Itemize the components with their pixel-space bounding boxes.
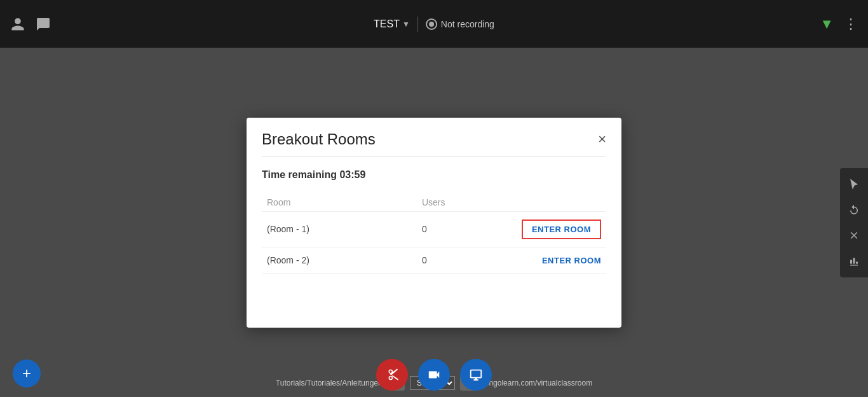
person-button[interactable] bbox=[10, 17, 25, 32]
divider bbox=[417, 17, 418, 32]
col-action-header bbox=[485, 193, 606, 212]
topbar: TEST ▼ Not recording ▼ ⋮ bbox=[0, 0, 868, 48]
test-label-btn[interactable]: TEST ▼ bbox=[374, 18, 410, 30]
room-1-users: 0 bbox=[417, 211, 485, 247]
table-row: (Room - 1) 0 ENTER ROOM bbox=[262, 211, 606, 247]
table-row: (Room - 2) 0 ENTER ROOM bbox=[262, 247, 606, 273]
test-text: TEST bbox=[374, 18, 400, 30]
rooms-table: Room Users (Room - 1) 0 ENTER ROOM bbox=[262, 193, 606, 274]
modal-header: Breakout Rooms × bbox=[247, 118, 621, 156]
recording-text: Not recording bbox=[441, 19, 494, 29]
wifi-icon: ▼ bbox=[820, 16, 834, 32]
record-icon bbox=[426, 18, 437, 30]
chat-button[interactable] bbox=[36, 17, 51, 32]
room-2-name: (Room - 2) bbox=[262, 247, 417, 273]
modal-body: Time remaining 03:59 Room Users (Room - … bbox=[247, 157, 621, 286]
rooms-tbody: (Room - 1) 0 ENTER ROOM (Room - 2) 0 ENT… bbox=[262, 211, 606, 273]
modal-close-button[interactable]: × bbox=[598, 131, 606, 148]
topbar-center: TEST ▼ Not recording bbox=[374, 17, 494, 32]
enter-room-1-button[interactable]: ENTER ROOM bbox=[522, 219, 601, 239]
chat-icon bbox=[36, 17, 51, 32]
more-options-button[interactable]: ⋮ bbox=[844, 16, 858, 32]
col-room-header: Room bbox=[262, 193, 417, 212]
person-icon bbox=[10, 17, 25, 32]
topbar-left bbox=[10, 17, 51, 32]
main-content: Tutorials/Tutoriales/Anleitungen/ < Slid… bbox=[0, 48, 868, 397]
room-2-action: ENTER ROOM bbox=[485, 247, 606, 273]
room-1-action: ENTER ROOM bbox=[485, 211, 606, 247]
time-remaining: Time remaining 03:59 bbox=[262, 169, 606, 181]
table-header-row: Room Users bbox=[262, 193, 606, 212]
breakout-rooms-modal: Breakout Rooms × Time remaining 03:59 Ro… bbox=[247, 118, 621, 328]
record-inner bbox=[429, 22, 434, 27]
recording-status: Not recording bbox=[426, 18, 494, 30]
room-1-name: (Room - 1) bbox=[262, 211, 417, 247]
modal-overlay: Breakout Rooms × Time remaining 03:59 Ro… bbox=[0, 48, 868, 397]
chevron-icon: ▼ bbox=[402, 20, 410, 29]
col-users-header: Users bbox=[417, 193, 485, 212]
modal-title: Breakout Rooms bbox=[262, 130, 376, 148]
topbar-right: ▼ ⋮ bbox=[820, 16, 858, 32]
enter-room-2-button[interactable]: ENTER ROOM bbox=[542, 256, 601, 265]
room-2-users: 0 bbox=[417, 247, 485, 273]
